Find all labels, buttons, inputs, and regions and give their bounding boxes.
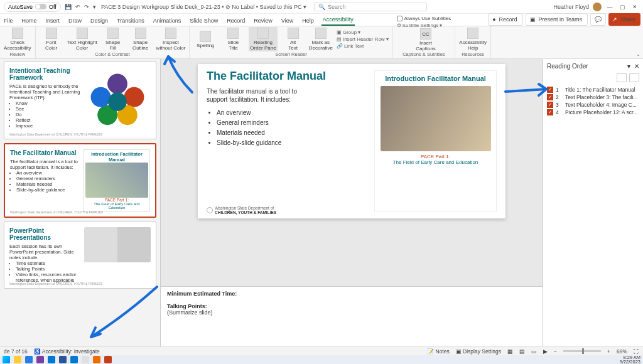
word-icon[interactable]: [59, 356, 67, 363]
svg-point-5: [108, 92, 127, 111]
qat-dropdown-icon[interactable]: ▾: [93, 4, 96, 10]
tab-transitions[interactable]: Transitions: [116, 16, 146, 26]
move-down-button[interactable]: [629, 73, 639, 82]
slide-title-button[interactable]: Slide Title: [221, 27, 245, 51]
card-sub2: The Field of Early Care and Education: [393, 159, 478, 165]
autosave-toggle[interactable]: AutoSave Off: [4, 2, 61, 12]
user-name[interactable]: Heather Floyd: [553, 4, 589, 10]
maximize-button[interactable]: ▢: [618, 4, 627, 10]
tab-view[interactable]: View: [280, 16, 294, 26]
normal-view-icon[interactable]: ▦: [507, 348, 513, 355]
thumb-8[interactable]: PowerPoint Presentations Each session ha…: [4, 222, 156, 289]
reading-order-button[interactable]: Reading Order Pane: [249, 27, 277, 51]
titlebar: AutoSave Off 💾 ↶ ↷ ▾ PACE 3 Design Workg…: [0, 0, 643, 14]
zoom-level[interactable]: 69%: [617, 348, 627, 355]
slide-title[interactable]: The Facilitator Manual: [207, 70, 365, 82]
sorter-view-icon[interactable]: ▤: [519, 348, 525, 355]
comments-button[interactable]: 💬: [590, 13, 606, 26]
slide-counter[interactable]: de 7 of 16: [4, 348, 28, 355]
thumb-6[interactable]: Intentional Teaching Framework PACE is d…: [4, 62, 156, 139]
tab-design[interactable]: Design: [89, 16, 109, 26]
thumb-list: Time estimate Talking Points Video links…: [9, 260, 80, 283]
header-row-button[interactable]: ▤ Insert Header Row ▾: [337, 36, 389, 42]
app-icon[interactable]: [82, 356, 89, 363]
zoom-out-icon[interactable]: −: [554, 348, 557, 355]
order-item[interactable]: ✓1 Title 1: The Facilitator Manual: [547, 86, 639, 94]
check-icon: ✓: [547, 87, 553, 93]
tab-file[interactable]: File: [3, 16, 14, 26]
tab-slideshow[interactable]: Slide Show: [188, 16, 219, 26]
tab-insert[interactable]: Insert: [45, 16, 62, 26]
tab-record[interactable]: Record: [225, 16, 246, 26]
share-button[interactable]: ↗ Share: [608, 13, 640, 26]
undo-icon[interactable]: ↶: [75, 4, 80, 10]
mark-decorative-button[interactable]: Mark as Decorative: [309, 27, 333, 51]
slide-thumbnails[interactable]: Intentional Teaching Framework PACE is d…: [0, 59, 161, 346]
redo-icon[interactable]: ↷: [84, 4, 89, 10]
thumb-footer: Washington State Department of CHILDREN,…: [10, 210, 103, 214]
tab-review[interactable]: Review: [252, 16, 274, 26]
reading-view-icon[interactable]: ▭: [531, 348, 537, 355]
present-teams-button[interactable]: ▣ Present in Teams: [526, 13, 588, 26]
subtitle-settings-button[interactable]: ⚙ Subtitle Settings ▾: [397, 23, 443, 28]
powerpoint-icon[interactable]: [104, 356, 112, 363]
zoom-slider[interactable]: [563, 350, 601, 352]
slide-canvas[interactable]: The Facilitator Manual The facilitator m…: [198, 64, 505, 218]
save-icon[interactable]: 💾: [65, 4, 72, 10]
onenote-icon[interactable]: [36, 356, 44, 363]
slide-title-icon: [227, 28, 239, 39]
zoom-icon[interactable]: [70, 356, 78, 363]
explorer-icon[interactable]: [14, 356, 21, 363]
outlook-icon[interactable]: [48, 356, 55, 363]
check-accessibility-button[interactable]: Check Accessibility: [4, 28, 31, 51]
slide-bullets[interactable]: An overview General reminders Materials …: [207, 109, 365, 146]
slide-area[interactable]: The Facilitator Manual The facilitator m…: [161, 59, 543, 286]
tab-home[interactable]: Home: [21, 16, 38, 26]
inspect-color-button[interactable]: Inspect without Color: [156, 28, 186, 51]
wa-logo-icon: [207, 207, 213, 213]
edge-icon[interactable]: [25, 356, 33, 363]
tab-accessibility[interactable]: Accessibility: [322, 14, 355, 26]
order-item[interactable]: ✓3 Text Placeholder 4: Image C...: [547, 101, 639, 109]
panel-dropdown-icon[interactable]: ▾: [627, 63, 630, 70]
always-subtitles-checkbox[interactable]: Always Use Subtitles: [397, 16, 451, 21]
collapse-ribbon-icon[interactable]: ⌄: [636, 51, 640, 57]
shape-outline-button[interactable]: Shape Outline: [129, 28, 153, 51]
group-button[interactable]: ▣ Group ▾: [337, 29, 389, 35]
app2-icon[interactable]: [93, 356, 100, 363]
move-up-button[interactable]: [617, 73, 627, 82]
notes-pane[interactable]: Minimum Estimated Time: Talking Points: …: [161, 286, 543, 346]
slide-body[interactable]: The facilitator manual is a tool to supp…: [207, 87, 313, 104]
start-icon[interactable]: [3, 356, 10, 363]
fit-icon[interactable]: ⛶: [634, 348, 639, 355]
alt-text-button[interactable]: Alt Text: [281, 27, 305, 51]
highlight-button[interactable]: Text Highlight Color: [67, 28, 97, 51]
font-color-button[interactable]: Font Color: [40, 28, 63, 51]
slide-card[interactable]: Introduction Facilitator Manual PACE Par…: [374, 70, 497, 212]
minimize-button[interactable]: —: [605, 4, 614, 10]
insert-captions-button[interactable]: CCInsert Captions: [414, 28, 438, 51]
order-item[interactable]: ✓2 Text Placeholder 3: The facili...: [547, 94, 639, 101]
display-settings-button[interactable]: ▣ Display Settings: [456, 348, 501, 355]
avatar[interactable]: [593, 3, 602, 11]
link-text-button[interactable]: 🔗 Link Text: [337, 43, 389, 49]
order-item[interactable]: ✓4 Picture Placeholder 12: A scr...: [547, 109, 639, 116]
tab-animations[interactable]: Animations: [152, 16, 183, 26]
spelling-button[interactable]: Spelling: [193, 27, 217, 51]
tab-draw[interactable]: Draw: [67, 16, 83, 26]
notes-toggle[interactable]: 📝 Notes: [427, 348, 450, 355]
check-icon: ✓: [547, 94, 553, 100]
svg-point-4: [91, 87, 111, 107]
shape-fill-button[interactable]: Shape Fill: [101, 28, 125, 51]
slideshow-view-icon[interactable]: ▶: [543, 348, 548, 355]
record-button[interactable]: ● Record: [488, 13, 522, 26]
accessibility-status[interactable]: ♿ Accessibility: Investigate: [34, 348, 100, 355]
search-input[interactable]: 🔍 Search: [314, 3, 427, 11]
close-button[interactable]: ✕: [630, 4, 639, 10]
accessibility-help-button[interactable]: Accessibility Help: [459, 28, 487, 51]
zoom-in-icon[interactable]: +: [607, 348, 610, 355]
clock[interactable]: 8:29 AM 9/22/2023: [620, 355, 640, 365]
tab-help[interactable]: Help: [301, 16, 315, 26]
thumb-7[interactable]: The Facilitator Manual The facilitator m…: [4, 143, 156, 218]
panel-close-icon[interactable]: ✕: [634, 63, 639, 70]
